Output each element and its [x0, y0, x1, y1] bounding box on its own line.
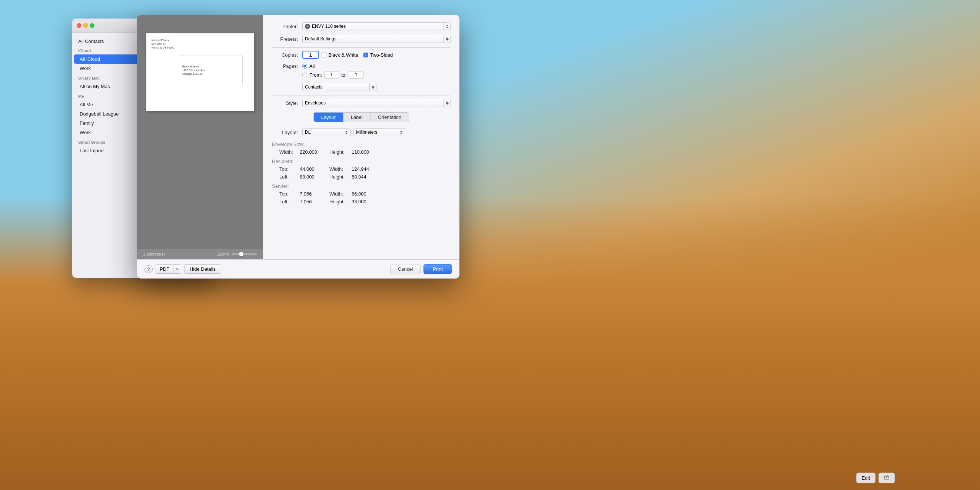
- black-white-option[interactable]: Black & White: [321, 52, 358, 58]
- envelope-width-row: Width: 220.000 Height: 110.000: [272, 149, 450, 155]
- envelope-size-section: Envelope Size: Width: 220.000 Height: 11…: [272, 142, 450, 155]
- style-arrows: [444, 99, 450, 107]
- sender-header: Sender:: [272, 183, 450, 189]
- layout-value-select[interactable]: DL: [302, 128, 350, 136]
- copies-input[interactable]: [302, 51, 319, 59]
- unit-select[interactable]: Millimeters: [353, 128, 405, 136]
- black-white-checkbox[interactable]: [321, 52, 326, 57]
- address-count: 1 address (): [143, 252, 165, 256]
- pages-from-input[interactable]: [324, 71, 339, 78]
- pdf-dropdown-button[interactable]: [173, 265, 181, 273]
- style-row: Style: Envelopes: [272, 99, 450, 107]
- printer-icon: [305, 24, 310, 29]
- pages-range-radio[interactable]: [302, 73, 307, 77]
- printer-row: Printer: ENVY 110 series: [272, 22, 450, 30]
- recipient-header: Recipient:: [272, 159, 450, 164]
- tab-layout[interactable]: Layout: [314, 113, 344, 122]
- help-button[interactable]: ?: [145, 265, 153, 273]
- contacts-arrows: [369, 83, 376, 91]
- radio-selected-indicator: [304, 65, 306, 67]
- chevron-up-icon: [372, 86, 375, 87]
- tab-label[interactable]: Label: [344, 113, 371, 122]
- printer-value: ENVY 110 series: [305, 24, 346, 29]
- print-dialog: Michael Potuck 987 Main St Park City UT …: [137, 15, 460, 278]
- layout-arrows: [345, 131, 348, 134]
- pdf-group: PDF: [156, 264, 181, 274]
- presets-arrows: [444, 35, 450, 43]
- sender-width-value: 66.000: [352, 191, 381, 197]
- recipient-top-value: 44.000: [300, 166, 329, 172]
- print-button[interactable]: Print: [423, 264, 452, 274]
- printer-select[interactable]: ENVY 110 series: [302, 22, 450, 30]
- print-main-area: Michael Potuck 987 Main St Park City UT …: [137, 15, 460, 259]
- print-footer: ? PDF Hide Details Cancel Print: [137, 259, 460, 278]
- chevron-down-icon: [372, 88, 375, 89]
- copies-label: Copies:: [272, 52, 298, 58]
- close-button[interactable]: [77, 23, 81, 28]
- envelope-size-header: Envelope Size:: [272, 142, 450, 147]
- contacts-edit-button[interactable]: Edit: [856, 473, 875, 483]
- minimize-button[interactable]: [83, 23, 88, 28]
- envelope-height-label: Height:: [329, 149, 352, 155]
- zoom-control: Zoom:: [218, 252, 257, 256]
- contacts-select[interactable]: Contacts: [302, 83, 376, 91]
- zoom-label: Zoom:: [218, 252, 229, 256]
- recipient-height-label: Height:: [329, 174, 352, 180]
- print-settings-pane: Printer: ENVY 110 series: [263, 15, 460, 259]
- two-sided-option[interactable]: ✓ Two-Sided: [363, 52, 393, 58]
- unit-arrows: [400, 131, 403, 134]
- contacts-select-row: Contacts: [272, 83, 450, 91]
- sender-top-row: Top: 7.056 Width: 66.000: [272, 191, 450, 197]
- recipient-section: Recipient: Top: 44.000 Width: 124.944 Le…: [272, 159, 450, 180]
- maximize-button[interactable]: [90, 23, 94, 28]
- sender-left-row: Left: 7.056 Height: 33.000: [272, 199, 450, 204]
- divider-1: [272, 48, 450, 48]
- chevron-up-icon: [446, 102, 449, 103]
- chevron-down-icon: [446, 103, 449, 105]
- sender-left-label: Left:: [279, 199, 300, 204]
- zoom-slider[interactable]: [231, 253, 257, 255]
- chevron-up-icon: [345, 131, 348, 132]
- zoom-thumb[interactable]: [239, 252, 243, 256]
- divider-2: [272, 95, 450, 96]
- recipient-width-label: Width:: [329, 166, 352, 172]
- pages-all-row[interactable]: All: [302, 63, 363, 69]
- style-label: Style:: [272, 100, 298, 106]
- pages-to-input[interactable]: [348, 71, 363, 78]
- pdf-button[interactable]: PDF: [156, 265, 173, 273]
- chevron-up-icon: [446, 25, 449, 26]
- printer-label: Printer:: [272, 24, 298, 29]
- presets-row: Presets: Default Settings: [272, 35, 450, 43]
- contacts-share-button[interactable]: [878, 473, 895, 483]
- sender-address-preview: Michael Potuck 987 Main St Park City UT …: [151, 38, 174, 49]
- printer-arrows: [444, 22, 450, 30]
- pages-range-row[interactable]: From: to:: [302, 71, 363, 78]
- presets-label: Presets:: [272, 36, 298, 42]
- recipient-width-value: 124.944: [352, 166, 381, 172]
- pages-all-radio[interactable]: [302, 64, 307, 68]
- cancel-button[interactable]: Cancel: [390, 264, 420, 274]
- recipient-left-row: Left: 88.000 Height: 58.944: [272, 174, 450, 180]
- chevron-up-icon: [400, 131, 403, 132]
- tab-orientation[interactable]: Orientation: [371, 113, 409, 122]
- sender-top-label: Top:: [279, 191, 300, 197]
- recipient-top-row: Top: 44.000 Width: 124.944: [272, 166, 450, 172]
- printer-icon-inner: [306, 25, 309, 27]
- style-select[interactable]: Envelopes: [302, 99, 450, 107]
- pages-label: Pages:: [272, 63, 298, 69]
- sender-height-value: 33.000: [352, 199, 381, 204]
- chevron-down-icon: [446, 27, 449, 28]
- two-sided-checkbox[interactable]: ✓: [363, 52, 368, 57]
- copies-options: Black & White ✓ Two-Sided: [321, 52, 393, 58]
- hide-details-button[interactable]: Hide Details: [184, 264, 221, 274]
- tab-group: Layout Label Orientation: [313, 112, 409, 122]
- sender-section: Sender: Top: 7.056 Width: 66.000 Left: 7…: [272, 183, 450, 204]
- chevron-down-icon: [446, 39, 449, 41]
- envelope-width-value: 220.000: [300, 149, 329, 155]
- recipient-top-label: Top:: [279, 166, 300, 172]
- recipient-height-value: 58.944: [352, 174, 381, 180]
- layout-select-row: Layout: DL Millimeters: [272, 128, 450, 136]
- sender-width-label: Width:: [329, 191, 352, 197]
- presets-select[interactable]: Default Settings: [302, 35, 450, 43]
- sender-height-label: Height:: [329, 199, 352, 204]
